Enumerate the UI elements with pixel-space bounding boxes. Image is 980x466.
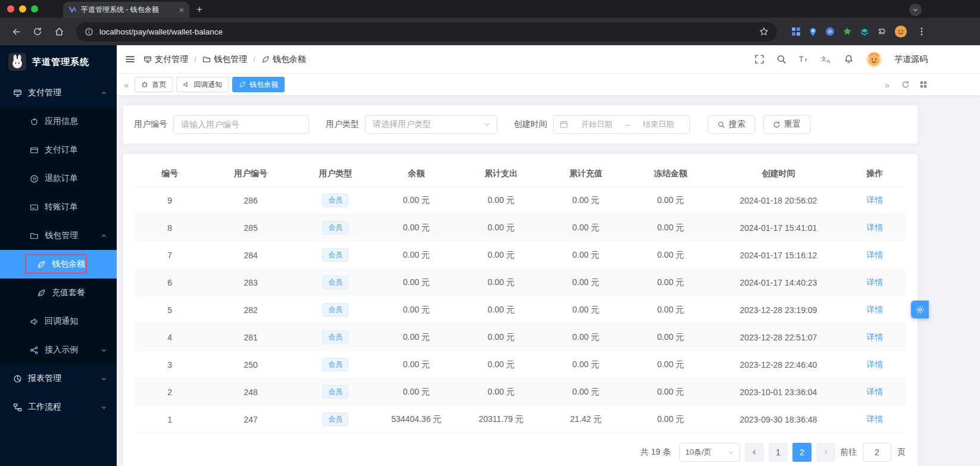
table-row: 2 248 会员 0.00 元 0.00 元 0.00 元 0.00 元 202… <box>135 379 906 406</box>
layout-grid-icon[interactable] <box>919 80 928 89</box>
detail-link[interactable]: 详情 <box>866 414 883 424</box>
cell-user-no: 285 <box>244 223 257 233</box>
header-actions: TT 文A 芋道源码 <box>754 51 928 68</box>
table-row: 3 250 会员 0.00 元 0.00 元 0.00 元 0.00 元 202… <box>135 351 906 379</box>
refresh-icon[interactable] <box>901 80 910 89</box>
browser-profile-avatar[interactable] <box>894 25 907 38</box>
home-button[interactable] <box>50 23 68 40</box>
cell-created-at: 2023-12-28 22:46:40 <box>739 360 817 370</box>
sidebar-item-app-info[interactable]: 应用信息 <box>0 107 117 136</box>
sidebar-item-payment-orders[interactable]: 支付订单 <box>0 136 117 164</box>
tag-home[interactable]: 首页 <box>135 77 173 92</box>
cell-user-no: 286 <box>244 196 257 205</box>
page-button-2[interactable]: 2 <box>792 443 812 462</box>
extension-icon-grid[interactable] <box>791 27 801 36</box>
sidebar-item-wallet-management[interactable]: 钱包管理 <box>0 221 117 250</box>
username[interactable]: 芋道源码 <box>894 54 928 65</box>
cell-total-recharge: 21.42 元 <box>570 414 601 424</box>
extension-icon-circle[interactable] <box>825 27 835 36</box>
extensions-puzzle-icon[interactable] <box>877 27 887 36</box>
browser-menu-icon[interactable] <box>917 27 926 36</box>
sidebar-item-label: 支付订单 <box>45 145 78 155</box>
window-zoom-button[interactable] <box>31 5 38 12</box>
new-tab-button[interactable]: + <box>196 4 202 15</box>
settings-fab-button[interactable] <box>911 301 929 318</box>
user-type-label: 用户类型 <box>326 119 359 130</box>
detail-link[interactable]: 详情 <box>866 195 883 205</box>
bookmark-star-icon[interactable] <box>759 27 769 36</box>
user-avatar[interactable] <box>866 51 882 68</box>
window-close-button[interactable] <box>7 5 14 12</box>
search-icon[interactable] <box>776 54 787 64</box>
sidebar-item-integration-examples[interactable]: 接入示例 <box>0 336 117 364</box>
tag-label: 钱包余额 <box>249 80 278 90</box>
calendar-icon <box>560 120 568 129</box>
detail-link[interactable]: 详情 <box>866 332 883 342</box>
browser-window: 芋道管理系统 - 钱包余额 × + localhost/pay/wallet/w… <box>0 0 980 466</box>
collapse-menu-button[interactable] <box>125 54 135 64</box>
font-size-icon[interactable]: TT <box>798 54 809 64</box>
column-header: 冻结金额 <box>628 161 713 187</box>
locale-icon[interactable]: 文A <box>821 54 832 64</box>
user-type-tag: 会员 <box>322 358 348 371</box>
user-type-select[interactable]: 请选择用户类型 <box>365 115 497 134</box>
breadcrumb-item-wallet-balance[interactable]: 钱包余额 <box>261 54 306 65</box>
bell-icon[interactable] <box>844 54 854 64</box>
sidebar-item-payment-management[interactable]: 支付管理 <box>0 79 117 107</box>
next-page-button[interactable] <box>816 443 835 462</box>
goto-label: 前往 <box>840 447 857 458</box>
detail-link[interactable]: 详情 <box>866 223 883 232</box>
page-button-1[interactable]: 1 <box>769 443 788 462</box>
cell-user-no: 250 <box>244 360 257 370</box>
cell-total-expense: 0.00 元 <box>488 195 514 205</box>
app-logo[interactable]: 芋道管理系统 <box>0 45 117 79</box>
sidebar-item-workflow[interactable]: 工作流程 <box>0 393 117 421</box>
sidebar-item-refund-orders[interactable]: R 退款订单 <box>0 164 117 193</box>
sidebar-item-wallet-balance[interactable]: 钱包余额 <box>0 250 117 279</box>
goto-page-input[interactable] <box>863 443 891 462</box>
user-type-tag: 会员 <box>322 330 348 344</box>
scroll-right-icon[interactable]: » <box>882 80 892 90</box>
gear-icon <box>916 305 925 314</box>
sidebar-item-report-management[interactable]: 报表管理 <box>0 364 117 393</box>
fullscreen-icon[interactable] <box>754 54 764 64</box>
chevron-left-icon <box>751 449 758 456</box>
create-time-range-picker[interactable]: 开始日期 – 结束日期 <box>553 115 690 134</box>
detail-link[interactable]: 详情 <box>866 277 883 287</box>
tab-close-icon[interactable]: × <box>179 5 184 15</box>
address-bar[interactable]: localhost/pay/wallet/wallet-balance <box>76 22 777 42</box>
cell-id: 1 <box>167 415 172 424</box>
extension-icon-pin[interactable] <box>809 27 817 36</box>
sidebar-item-transfer-orders[interactable]: 转账订单 <box>0 193 117 221</box>
sidebar-item-callback-notify[interactable]: 回调通知 <box>0 307 117 336</box>
page-size-select[interactable]: 10条/页 <box>679 443 740 462</box>
site-info-icon[interactable] <box>85 27 93 36</box>
window-minimize-button[interactable] <box>19 5 26 12</box>
tab-search-button[interactable] <box>909 4 922 16</box>
detail-link[interactable]: 详情 <box>866 359 883 369</box>
extension-icon-teal[interactable] <box>860 27 869 36</box>
user-no-input[interactable] <box>173 115 309 134</box>
browser-tab[interactable]: 芋道管理系统 - 钱包余额 × <box>63 2 189 18</box>
cell-frozen-amount: 0.00 元 <box>657 414 684 424</box>
detail-link[interactable]: 详情 <box>866 250 883 259</box>
scroll-left-icon[interactable]: « <box>121 80 131 90</box>
column-header: 用户类型 <box>297 161 374 187</box>
cell-id: 8 <box>167 223 172 233</box>
reload-button[interactable] <box>29 23 46 40</box>
prev-page-button[interactable] <box>745 443 764 462</box>
cell-balance: 0.00 元 <box>403 332 430 342</box>
search-button[interactable]: 搜索 <box>708 115 755 134</box>
back-button[interactable] <box>7 23 25 40</box>
pagination-total: 共 19 条 <box>641 447 671 458</box>
tag-wallet-balance[interactable]: 钱包余额 <box>232 77 285 92</box>
detail-link[interactable]: 详情 <box>866 387 883 396</box>
tag-callback-notify[interactable]: 回调通知 <box>176 77 229 92</box>
reset-button[interactable]: 重置 <box>763 115 810 134</box>
tag-label: 回调通知 <box>193 80 222 90</box>
detail-link[interactable]: 详情 <box>866 305 883 314</box>
extension-icon-green[interactable] <box>842 27 852 36</box>
breadcrumb-item-wallet-mgmt[interactable]: 钱包管理 <box>202 54 247 65</box>
breadcrumb-item-payment[interactable]: 支付管理 <box>143 54 188 65</box>
sidebar-item-recharge-packages[interactable]: 充值套餐 <box>0 279 117 307</box>
